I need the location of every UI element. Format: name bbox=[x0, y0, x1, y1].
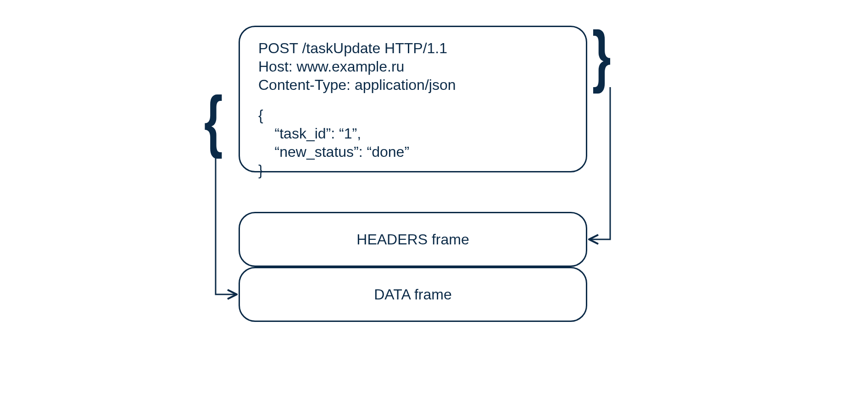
data-frame-label: DATA frame bbox=[374, 286, 452, 303]
data-frame-panel: DATA frame bbox=[239, 267, 587, 322]
body-brace-open: { bbox=[258, 106, 568, 124]
content-type-header: Content-Type: application/json bbox=[258, 76, 568, 94]
body-field-new-status: “new_status”: “done” bbox=[258, 143, 568, 161]
request-line: POST /taskUpdate HTTP/1.1 bbox=[258, 39, 568, 57]
brace-left-icon: { bbox=[204, 86, 223, 155]
body-field-task-id: “task_id”: “1”, bbox=[258, 124, 568, 143]
brace-right-icon: } bbox=[592, 21, 611, 90]
headers-frame-label: HEADERS frame bbox=[356, 231, 469, 248]
headers-frame-panel: HEADERS frame bbox=[239, 212, 587, 267]
http-request-panel: POST /taskUpdate HTTP/1.1 Host: www.exam… bbox=[239, 26, 587, 172]
body-brace-close: } bbox=[258, 161, 568, 179]
host-header: Host: www.example.ru bbox=[258, 57, 568, 76]
